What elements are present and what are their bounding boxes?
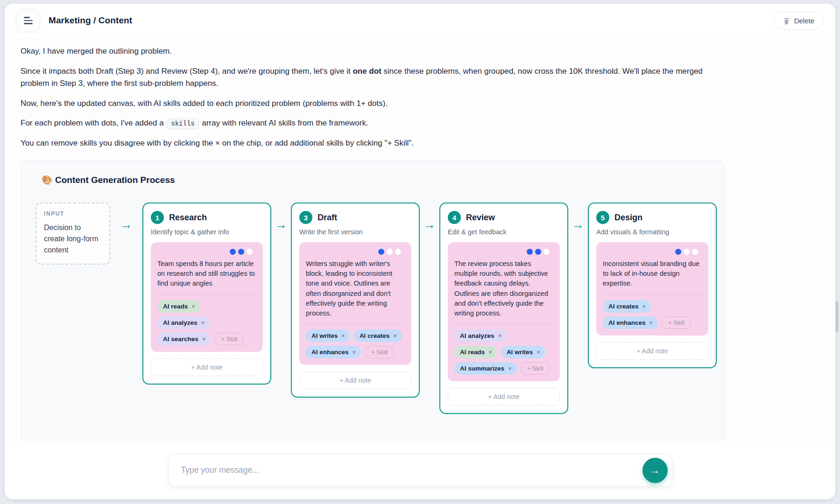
add-note-button[interactable]: + Add note xyxy=(596,342,708,360)
problem-note: Inconsistent visual branding due to lack… xyxy=(596,242,708,335)
add-skill-button[interactable]: + Skill xyxy=(662,316,691,329)
chat-paragraph: For each problem with dots, I've added a… xyxy=(21,117,724,130)
delete-button[interactable]: Delete xyxy=(774,12,823,30)
remove-skill-button[interactable]: × xyxy=(202,336,206,342)
arrow-right-icon-clipped: → xyxy=(722,218,724,231)
add-skill-button[interactable]: + Skill xyxy=(521,362,550,375)
chat-paragraph: Since it impacts both Draft (Step 3) and… xyxy=(21,65,724,90)
dot-empty[interactable] xyxy=(247,249,253,255)
dot-filled[interactable] xyxy=(238,249,244,255)
dot-empty[interactable] xyxy=(395,249,401,255)
skill-chip[interactable]: AI creates× xyxy=(354,329,402,342)
dot-empty[interactable] xyxy=(692,249,698,255)
delete-label: Delete xyxy=(794,17,814,25)
message-input-container: → xyxy=(168,454,672,487)
skill-chip[interactable]: AI writes× xyxy=(306,329,350,342)
problem-text: Writers struggle with writer's block, le… xyxy=(306,259,405,318)
skill-chips: AI writes×AI creates×AI enhances×+ Skill xyxy=(306,329,405,358)
chat-area: Okay, I have merged the outlining proble… xyxy=(5,37,835,441)
dashed-divider xyxy=(306,324,405,324)
add-skill-button[interactable]: + Skill xyxy=(365,346,394,358)
problem-note: The review process takes multiple rounds… xyxy=(448,242,560,381)
remove-skill-button[interactable]: × xyxy=(498,333,502,339)
add-note-button[interactable]: + Add note xyxy=(448,388,560,406)
step-header: 5Design xyxy=(596,211,708,224)
step-header: 3Draft xyxy=(299,211,411,224)
send-button[interactable]: → xyxy=(642,458,668,483)
skill-chips: AI reads×AI analyzes×AI searches×+ Skill xyxy=(157,300,256,345)
step-card-research: 1ResearchIdentify topic & gather infoTea… xyxy=(142,203,271,384)
add-note-button[interactable]: + Add note xyxy=(151,358,263,376)
remove-skill-button[interactable]: × xyxy=(488,349,492,355)
skill-chip[interactable]: AI creates× xyxy=(603,300,651,313)
menu-icon xyxy=(24,17,33,24)
skill-label: AI reads xyxy=(163,303,188,310)
scrollbar-thumb[interactable] xyxy=(835,301,839,332)
step-subtitle: Edit & get feedback xyxy=(448,228,560,236)
code-chip: skills xyxy=(167,119,198,129)
canvas-title: 🎨 Content Generation Process xyxy=(42,175,724,185)
dot-empty[interactable] xyxy=(684,249,690,255)
skill-chips: AI creates×AI enhances×+ Skill xyxy=(603,300,702,329)
arrow-right-icon: → xyxy=(420,218,439,231)
dot-empty[interactable] xyxy=(544,249,550,255)
page-background: Marketing / Content Delete Okay, I have … xyxy=(0,0,840,504)
dashed-divider xyxy=(603,294,702,295)
trash-icon xyxy=(783,17,791,25)
step-card-draft: 3DraftWrite the first versionWriters str… xyxy=(291,203,420,398)
canvas-panel: 🎨 Content Generation Process INPUT Decis… xyxy=(21,160,724,441)
remove-skill-button[interactable]: × xyxy=(201,320,205,326)
skill-chip[interactable]: AI analyzes× xyxy=(157,316,210,329)
skill-label: AI creates xyxy=(608,303,639,310)
priority-dots[interactable] xyxy=(306,249,405,255)
remove-skill-button[interactable]: × xyxy=(341,333,345,339)
dot-empty[interactable] xyxy=(387,249,393,255)
priority-dots[interactable] xyxy=(157,249,256,255)
skill-chip[interactable]: AI reads× xyxy=(157,300,200,313)
step-card-review: 4ReviewEdit & get feedbackThe review pro… xyxy=(439,203,568,414)
step-header: 4Review xyxy=(448,211,560,224)
remove-skill-button[interactable]: × xyxy=(649,320,653,326)
remove-skill-button[interactable]: × xyxy=(393,333,397,339)
arrow-right-icon: → xyxy=(568,218,588,231)
message-input[interactable] xyxy=(181,465,642,475)
remove-skill-button[interactable]: × xyxy=(353,349,356,355)
skill-chip[interactable]: AI summarizes× xyxy=(454,362,517,375)
step-subtitle: Identify topic & gather info xyxy=(151,228,263,236)
step-number-badge: 1 xyxy=(151,211,164,224)
input-card: INPUT Decision to create long-form conte… xyxy=(35,203,110,265)
priority-dots[interactable] xyxy=(603,249,702,255)
step-number-badge: 4 xyxy=(448,211,461,224)
skill-chip[interactable]: AI analyzes× xyxy=(454,329,507,342)
problem-text: Inconsistent visual branding due to lack… xyxy=(603,259,702,288)
dot-filled[interactable] xyxy=(675,249,681,255)
dot-filled[interactable] xyxy=(535,249,541,255)
remove-skill-button[interactable]: × xyxy=(191,303,195,309)
dot-filled[interactable] xyxy=(527,249,533,255)
dot-filled[interactable] xyxy=(378,249,384,255)
dot-filled[interactable] xyxy=(230,249,236,255)
process-flow: INPUT Decision to create long-form conte… xyxy=(32,203,724,414)
step-header: 1Research xyxy=(151,211,263,224)
step-title: Review xyxy=(466,213,495,223)
priority-dots[interactable] xyxy=(454,249,553,255)
remove-skill-button[interactable]: × xyxy=(508,365,512,371)
skill-chip[interactable]: AI enhances× xyxy=(603,316,658,329)
skill-chip[interactable]: AI enhances× xyxy=(306,346,361,358)
remove-skill-button[interactable]: × xyxy=(536,349,540,355)
remove-skill-button[interactable]: × xyxy=(642,303,646,309)
composer-bar: → xyxy=(5,441,835,499)
skill-chip[interactable]: AI writes× xyxy=(501,346,545,358)
menu-button[interactable] xyxy=(16,9,40,32)
skill-chip[interactable]: AI searches× xyxy=(157,333,211,345)
step-card-design: 5DesignAdd visuals & formattingInconsist… xyxy=(588,203,717,368)
skill-label: AI writes xyxy=(507,349,533,356)
add-note-button[interactable]: + Add note xyxy=(299,371,411,389)
add-skill-button[interactable]: + Skill xyxy=(214,333,244,345)
problem-note: Team spends 8 hours per article on resea… xyxy=(151,242,263,351)
step-title: Draft xyxy=(318,213,337,223)
input-card-text: Decision to create long-form content xyxy=(44,222,102,256)
skill-label: AI analyzes xyxy=(163,319,198,326)
skill-label: AI summarizes xyxy=(460,365,504,372)
skill-chip[interactable]: AI reads× xyxy=(454,346,497,358)
